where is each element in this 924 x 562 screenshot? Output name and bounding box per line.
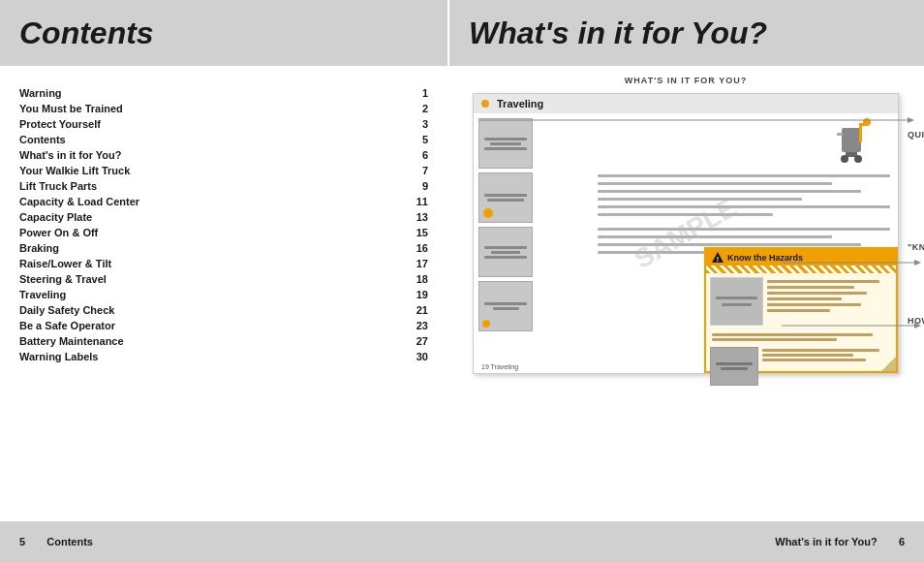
toc-item-label: You Must be Trained xyxy=(19,103,123,114)
text-line xyxy=(598,182,832,185)
toc-row: Lift Truck Parts9 xyxy=(19,178,428,194)
toc-item-label: Capacity & Load Center xyxy=(19,196,139,207)
toc-item-page: 18 xyxy=(409,273,428,285)
thumb-image-1 xyxy=(478,118,533,169)
page-preview: Traveling xyxy=(473,93,899,374)
hazard-images xyxy=(706,273,896,329)
toc-row: Power On & Off15 xyxy=(19,225,428,240)
toc-item-label: Raise/Lower & Tilt xyxy=(19,258,111,269)
toc-row: Warning Labels30 xyxy=(19,349,428,364)
text-line xyxy=(598,205,890,208)
thumb-image-3 xyxy=(478,227,533,277)
toc-item-label: Steering & Travel xyxy=(19,273,107,285)
toc-row: Battery Maintenance27 xyxy=(19,333,428,349)
toc-item-page: 5 xyxy=(409,134,428,145)
text-line xyxy=(598,198,802,201)
svg-rect-2 xyxy=(837,133,843,136)
toc-panel: Warning1You Must be Trained2Protect Your… xyxy=(0,66,447,521)
thumb-image-2 xyxy=(478,172,533,223)
svg-point-4 xyxy=(854,155,862,163)
toc-item-page: 2 xyxy=(409,103,428,114)
hazards-header: ! Know the Hazards xyxy=(706,249,896,265)
know-hazards-annotation: "KNOW THE HAZARDS" xyxy=(908,242,924,252)
footer: 5 Contents What's in it for You? 6 xyxy=(0,521,924,562)
toc-item-label: Braking xyxy=(19,242,59,254)
toc-row: What's in it for You?6 xyxy=(19,147,428,163)
toc-row: Contents5 xyxy=(19,132,428,147)
how-to-drawings-label: HOW-TO-DRAWINGS xyxy=(908,316,924,326)
toc-row: Daily Safety Check21 xyxy=(19,302,428,318)
footer-left-page: 5 xyxy=(19,536,25,547)
toc-table: Warning1You Must be Trained2Protect Your… xyxy=(19,85,428,364)
text-line xyxy=(598,235,832,238)
toc-item-label: Warning Labels xyxy=(19,351,99,362)
warning-triangle-icon: ! xyxy=(712,252,724,263)
whats-in-it-title: What's in it for You? xyxy=(469,16,767,51)
preview-left-col xyxy=(474,113,590,365)
footer-left-spacer xyxy=(33,536,39,547)
footer-left-label: Contents xyxy=(46,536,93,547)
toc-row: Capacity & Load Center11 xyxy=(19,194,428,209)
toc-item-label: What's in it for You? xyxy=(19,149,121,161)
hazard-image-1 xyxy=(710,277,763,326)
footer-left: 5 Contents xyxy=(0,521,447,562)
toc-row: Be a Safe Operator23 xyxy=(19,318,428,333)
toc-item-label: Your Walkie Lift Truck xyxy=(19,165,130,176)
toc-item-page: 17 xyxy=(409,258,428,269)
toc-item-page: 16 xyxy=(409,242,428,254)
text-line xyxy=(598,243,861,246)
toc-row: Braking16 xyxy=(19,240,428,256)
thumb-image-4 xyxy=(478,281,533,331)
preview-body: ! Know the Hazards xyxy=(474,113,898,365)
text-line xyxy=(598,228,890,231)
toc-row: Capacity Plate13 xyxy=(19,209,428,225)
page-number: 19 Traveling xyxy=(481,363,518,370)
annotation-labels: QUICK LOCATORS "KNOW THE HAZARDS" HOW-TO… xyxy=(908,93,924,345)
toc-item-label: Traveling xyxy=(19,289,66,300)
contents-header: Contents xyxy=(0,0,447,66)
svg-text:!: ! xyxy=(717,256,719,263)
toc-item-page: 15 xyxy=(409,227,428,238)
whats-in-it-header: What's in it for You? xyxy=(449,0,924,66)
toc-item-label: Be a Safe Operator xyxy=(19,320,115,331)
toc-item-page: 13 xyxy=(409,211,428,223)
text-line xyxy=(598,174,890,177)
toc-item-label: Contents xyxy=(19,134,66,145)
toc-item-page: 11 xyxy=(409,196,428,207)
toc-row: Traveling19 xyxy=(19,287,428,302)
toc-row: Warning1 xyxy=(19,85,428,101)
footer-right-page: 6 xyxy=(899,536,905,547)
text-line xyxy=(598,190,861,193)
quick-locators-label: QUICK LOCATORS xyxy=(908,130,924,140)
svg-point-3 xyxy=(841,155,848,163)
toc-item-page: 19 xyxy=(409,289,428,300)
right-panel: WHAT'S IN IT FOR YOU? Traveling xyxy=(447,66,924,521)
footer-right-label: What's in it for You? xyxy=(775,536,877,547)
toc-item-page: 21 xyxy=(409,304,428,316)
text-line xyxy=(598,213,773,216)
know-hazards-label: Know the Hazards xyxy=(727,253,803,263)
toc-item-page: 7 xyxy=(409,165,428,176)
toc-item-page: 6 xyxy=(409,149,428,161)
toc-item-page: 9 xyxy=(409,180,428,192)
toc-row: You Must be Trained2 xyxy=(19,101,428,116)
toc-row: Your Walkie Lift Truck7 xyxy=(19,163,428,178)
toc-item-label: Warning xyxy=(19,87,62,99)
toc-item-label: Battery Maintenance xyxy=(19,335,124,347)
orange-dot xyxy=(481,100,489,108)
footer-right: What's in it for You? 6 xyxy=(447,521,924,562)
toc-item-label: Protect Yourself xyxy=(19,118,101,130)
contents-title: Contents xyxy=(19,16,154,51)
section-label: WHAT'S IN IT FOR YOU? xyxy=(462,76,909,85)
preview-title: Traveling xyxy=(497,98,543,109)
toc-item-label: Lift Truck Parts xyxy=(19,180,97,192)
toc-item-page: 3 xyxy=(409,118,428,130)
toc-item-label: Power On & Off xyxy=(19,227,98,238)
footer-right-spacer xyxy=(885,536,891,547)
toc-item-label: Capacity Plate xyxy=(19,211,92,223)
toc-row: Protect Yourself3 xyxy=(19,116,428,132)
toc-item-page: 1 xyxy=(409,87,428,99)
toc-item-page: 27 xyxy=(409,335,428,347)
know-hazards-overlay: ! Know the Hazards xyxy=(704,247,898,373)
toc-item-page: 23 xyxy=(409,320,428,331)
